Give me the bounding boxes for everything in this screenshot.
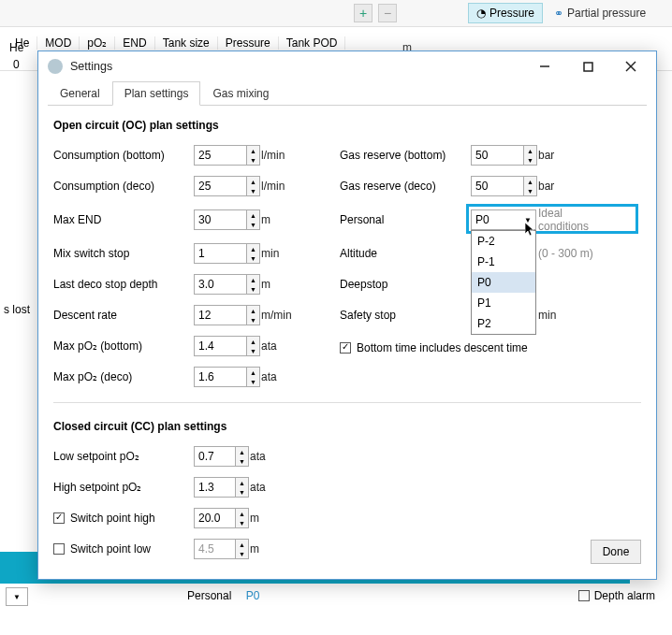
personal-combo[interactable]: P0 ▼ P-2 P-1 P0 P1 P2 [471,209,538,230]
tabs: General Plan settings Gas mixing [48,81,647,106]
col-Tank: Tank size [155,36,218,50]
checkbox-icon [53,512,65,524]
gauge-icon: ◔ [476,7,486,20]
personal-opt-p0[interactable]: P0 [472,272,535,293]
input-sp-low[interactable]: ▲▼ [194,539,250,559]
link-icon: ⚭ [554,7,563,20]
personal-opt-p-2[interactable]: P-2 [472,231,535,252]
input-max-end[interactable]: ▲▼ [194,209,261,230]
altitude-hint: (0 - 300 m) [538,247,606,260]
oc-heading: Open circuit (OC) plan settings [53,119,641,132]
sp-high-label: Switch point high [70,512,155,525]
tab-gas-mixing[interactable]: Gas mixing [200,81,281,106]
pressure-label: Pressure [489,7,534,20]
bt-includes-check[interactable]: Bottom time includes descent time [340,341,606,354]
close-button[interactable] [611,54,650,79]
col-END: END [115,36,154,50]
cc-heading: Closed circuit (CC) plan settings [53,420,641,433]
bg-he-label: He [9,41,23,54]
status-personal: Personal P0 [187,589,259,602]
label-low-sp: Low setpoint pO₂ [53,450,194,463]
input-descent[interactable]: ▲▼ [194,305,261,325]
sp-low-check[interactable]: Switch point low [53,542,194,556]
status-personal-value: P0 [246,589,260,602]
status-personal-label: Personal [187,589,231,602]
personal-opt-p2[interactable]: P2 [472,313,535,334]
label-max-end: Max END [53,213,194,226]
settings-dialog: Settings General Plan settings Gas mixin… [37,51,657,580]
svg-rect-1 [584,63,592,71]
col-MOD: MOD [37,36,80,50]
pressure-toggle[interactable]: ◔ Pressure [468,3,543,23]
label-mix-switch: Mix switch stop [53,247,194,260]
label-cons-deco: Consumption (deco) [53,180,194,193]
input-gas-res-b[interactable]: ▲▼ [471,145,538,166]
checkbox-icon [53,543,65,555]
label-last-deco: Last deco stop depth [53,278,194,291]
depth-alarm-label: Depth alarm [594,589,655,602]
done-button[interactable]: Done [591,540,641,564]
col-TankPOD: Tank POD [279,36,346,50]
bg-he-value: 0 [13,58,20,71]
input-mix-switch[interactable]: ▲▼ [194,243,261,264]
label-cons-bottom: Consumption (bottom) [53,149,194,162]
label-maxpo2-d: Max pO₂ (deco) [53,370,194,383]
input-cons-deco[interactable]: ▲▼ [194,176,261,196]
label-descent: Descent rate [53,309,194,322]
cc-section: Closed circuit (CC) plan settings Low se… [48,407,647,563]
unit-safety: min [538,309,606,322]
input-gas-res-d[interactable]: ▲▼ [471,176,538,196]
tab-general[interactable]: General [48,81,112,106]
label-altitude: Altitude [340,247,471,260]
input-low-sp[interactable]: ▲▼ [194,446,250,467]
personal-dropdown[interactable]: P-2 P-1 P0 P1 P2 [471,230,536,335]
depth-alarm-check[interactable]: Depth alarm [578,589,655,602]
label-personal: Personal [340,213,471,226]
unit-gas-res-b: bar [538,149,606,162]
maximize-button[interactable] [568,54,607,79]
label-safety: Safety stop [340,309,471,322]
col-pO2: pO₂ [80,36,115,50]
checkbox-icon [578,590,590,601]
separator [53,402,641,403]
minimize-button[interactable] [525,54,564,79]
input-maxpo2-b[interactable]: ▲▼ [194,336,261,356]
personal-opt-p1[interactable]: P1 [472,293,535,313]
unit-cons-bottom: l/min [261,149,304,162]
bt-includes-label: Bottom time includes descent time [357,341,528,354]
col-Pressure: Pressure [218,36,279,50]
bg-slost: s lost [4,303,30,316]
personal-opt-p-1[interactable]: P-1 [472,252,535,272]
partial-pressure-label: Partial pressure [567,7,646,20]
remove-button[interactable]: − [378,4,397,22]
input-sp-high[interactable]: ▲▼ [194,508,250,528]
add-button[interactable]: + [354,4,373,22]
tab-plan-settings[interactable]: Plan settings [112,81,201,106]
label-deepstop: Deepstop [340,278,471,291]
dialog-title: Settings [70,60,112,73]
partial-pressure-toggle[interactable]: ⚭ Partial pressure [554,7,646,20]
input-maxpo2-d[interactable]: ▲▼ [194,367,261,387]
label-gas-res-d: Gas reserve (deco) [340,180,471,193]
app-icon [48,59,63,74]
personal-hint: Ideal conditions [538,207,606,233]
dialog-titlebar[interactable]: Settings [38,51,656,81]
oc-section: Open circuit (OC) plan settings Consumpt… [48,106,647,407]
label-gas-res-b: Gas reserve (bottom) [340,149,471,162]
label-high-sp: High setpoint pO₂ [53,481,194,494]
input-high-sp[interactable]: ▲▼ [194,477,250,498]
sp-low-label: Switch point low [70,542,151,556]
input-last-deco[interactable]: ▲▼ [194,274,261,295]
label-maxpo2-b: Max pO₂ (bottom) [53,339,194,353]
chevron-down-icon: ▼ [13,593,21,601]
bg-dropdown[interactable]: ▼ [6,587,28,606]
checkbox-icon [340,342,351,354]
bg-toolbar: + − ◔ Pressure ⚭ Partial pressure [0,0,672,26]
sp-high-check[interactable]: Switch point high [53,512,194,525]
input-cons-bottom[interactable]: ▲▼ [194,145,261,166]
